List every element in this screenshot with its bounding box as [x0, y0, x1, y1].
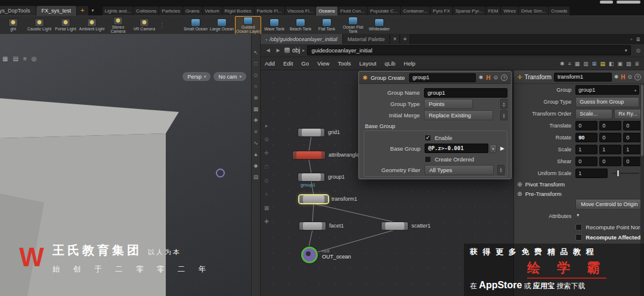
- network-path-field[interactable]: guidedoceanlayer_initial ▾: [307, 45, 631, 55]
- caret-down-icon[interactable]: ▾: [634, 88, 636, 92]
- translate-y-field[interactable]: 0: [599, 121, 621, 130]
- shelf-tool[interactable]: VR Camera: [131, 16, 157, 35]
- scale-x-field[interactable]: 1: [575, 145, 597, 154]
- new-tab-button[interactable]: +: [400, 34, 410, 44]
- shelf-tool[interactable]: Caustic Light: [26, 16, 52, 35]
- viewport-tool-icon[interactable]: ⊕: [253, 95, 258, 101]
- scrollbar-thumb[interactable]: [641, 85, 643, 156]
- toolbar-icon[interactable]: ≣: [634, 61, 639, 67]
- node-attribwrangle1[interactable]: attribwrangle1: [293, 151, 325, 159]
- desktop-tab[interactable]: ys_DopTools: [0, 6, 36, 15]
- shelf-tool[interactable]: Ocean Flat Tank: [340, 16, 366, 35]
- pane-tab-network[interactable]: ● /obj/guidedoceanlayer_initial: [261, 34, 343, 44]
- expand-icon[interactable]: ⊕: [517, 191, 522, 197]
- menu-item[interactable]: View: [313, 57, 333, 70]
- shelf-tab[interactable]: Pyro FX: [431, 7, 453, 15]
- node-group1[interactable]: group1 group1: [298, 173, 324, 181]
- toolbar-icon[interactable]: ▦: [575, 61, 580, 67]
- shelf-tab[interactable]: Viscous Fl...: [285, 7, 316, 15]
- toolbar-icon[interactable]: ⊞: [592, 61, 597, 67]
- shelf-tab[interactable]: Container...: [401, 7, 431, 15]
- viewport-tool-icon[interactable]: ○: [254, 83, 257, 89]
- shelf-tab[interactable]: Grains: [183, 7, 203, 15]
- enable-checkbox[interactable]: ✓: [425, 135, 431, 141]
- menu-item[interactable]: Layout: [355, 57, 381, 70]
- shelf-tab[interactable]: Crowds: [549, 7, 570, 15]
- shelf-tool[interactable]: ght: [0, 16, 26, 35]
- menu-item[interactable]: Edit: [279, 57, 297, 70]
- menu-item[interactable]: Go: [297, 57, 313, 70]
- rotate-order-select[interactable]: Rx Ry...: [614, 109, 644, 119]
- node-name-field[interactable]: transform1: [554, 73, 612, 82]
- group-type-select[interactable]: Points: [424, 99, 473, 109]
- viewport-tool-icon[interactable]: □: [254, 61, 257, 67]
- viewport-tool-icon[interactable]: ◇: [254, 72, 258, 78]
- viewport-header-icon[interactable]: ▤: [13, 55, 18, 62]
- toolbar-icon[interactable]: ▥: [583, 61, 589, 67]
- node-facet1[interactable]: facet1: [299, 222, 326, 230]
- create-ordered-checkbox[interactable]: [425, 156, 431, 163]
- stepper-icon[interactable]: ▴▾: [500, 110, 507, 120]
- shelf-tab[interactable]: Rigid Bodies: [222, 7, 255, 15]
- shelf-tool[interactable]: Flat Tank: [314, 16, 340, 35]
- menu-item[interactable]: Add: [261, 57, 279, 70]
- shelf-tab[interactable]: Particle Fl...: [255, 7, 285, 15]
- info-icon[interactable]: ⊙: [627, 74, 632, 80]
- toolbar-icon[interactable]: ▣: [617, 61, 623, 67]
- breadcrumb-obj[interactable]: obj: [292, 47, 300, 54]
- camera-selector[interactable]: No cam ▾: [213, 72, 246, 81]
- shelf-tool[interactable]: Ambient Light: [79, 16, 105, 35]
- base-group-dropdown-icon[interactable]: ▾: [490, 144, 497, 153]
- viewport-tool-icon[interactable]: ▤: [253, 174, 259, 180]
- shear-y-field[interactable]: 0: [599, 157, 621, 166]
- shelf-tool[interactable]: Large Ocean: [209, 16, 235, 35]
- slider-handle[interactable]: [617, 170, 620, 177]
- pivot-transform-section[interactable]: ⊕ Pivot Transform: [514, 179, 644, 189]
- shelf-tool[interactable]: Stereo Camera: [105, 16, 131, 35]
- desktop-tab-menu-icon[interactable]: ▾: [88, 6, 98, 15]
- translate-x-field[interactable]: 0: [575, 121, 597, 130]
- viewport-tool-icon[interactable]: ◆: [254, 163, 258, 169]
- shelf-tab[interactable]: Drive Sim...: [519, 7, 549, 15]
- toolbar-icon[interactable]: ✱: [560, 61, 565, 67]
- shelf-tab[interactable]: Sparse Pyr...: [453, 7, 486, 15]
- shelf-tool[interactable]: Portal Light: [52, 16, 79, 35]
- recompute-point-normals-checkbox[interactable]: [575, 224, 582, 230]
- shelf-tool[interactable]: Wave Tank: [261, 16, 287, 35]
- recompute-affected-normals-checkbox[interactable]: [575, 234, 582, 241]
- shear-x-field[interactable]: 0: [575, 157, 597, 166]
- pane-control-icon[interactable]: ≣: [636, 36, 640, 42]
- pre-transform-section[interactable]: ⊕ Pre-Transform: [514, 189, 644, 198]
- help-icon[interactable]: ?: [634, 74, 641, 80]
- shelf-tab[interactable]: Particles: [159, 7, 183, 15]
- info-icon[interactable]: ⊙: [493, 74, 498, 80]
- node-scatter1[interactable]: scatter1: [382, 222, 408, 230]
- initial-merge-select[interactable]: Replace Existing: [424, 110, 493, 120]
- shelf-tab[interactable]: Collisions: [134, 7, 159, 15]
- group-name-input[interactable]: group1: [424, 88, 507, 98]
- base-group-input[interactable]: @P.z>-0.001: [425, 144, 488, 153]
- toolbar-icon[interactable]: ▤: [600, 61, 605, 67]
- viewport-tool-icon[interactable]: ✚: [253, 117, 258, 123]
- viewport-tool-icon[interactable]: ▲: [253, 151, 259, 157]
- uniform-scale-slider[interactable]: [612, 169, 639, 177]
- viewport-header-icon[interactable]: ▦: [2, 55, 8, 62]
- pane-tab-material-palette[interactable]: Material Palette: [343, 34, 391, 44]
- stepper-icon[interactable]: ▴▾: [497, 165, 504, 175]
- forward-icon[interactable]: ▶: [274, 48, 282, 53]
- viewport-tool-icon[interactable]: ≡: [254, 129, 257, 135]
- rotate-x-field[interactable]: 90: [575, 133, 597, 142]
- shelf-tab[interactable]: Vellum: [203, 7, 222, 15]
- viewport-tool-icon[interactable]: ↖: [253, 49, 258, 55]
- gear-icon[interactable]: ✱: [614, 74, 619, 80]
- desktop-tab[interactable]: FX_sys_test: [36, 6, 78, 15]
- node-transform1[interactable]: transform1: [299, 195, 328, 203]
- toolbar-icon[interactable]: ≡: [568, 61, 571, 67]
- menu-item[interactable]: qLib: [380, 57, 400, 70]
- pane-control-icon[interactable]: ▫: [630, 36, 632, 42]
- shelf-tab[interactable]: Wires: [501, 7, 518, 15]
- shelf-tab[interactable]: Fluid Con...: [338, 7, 368, 15]
- group-field[interactable]: group1 ▾: [575, 85, 639, 95]
- pick-arrow-icon[interactable]: ▶: [500, 145, 504, 151]
- expand-icon[interactable]: ⊕: [517, 181, 522, 188]
